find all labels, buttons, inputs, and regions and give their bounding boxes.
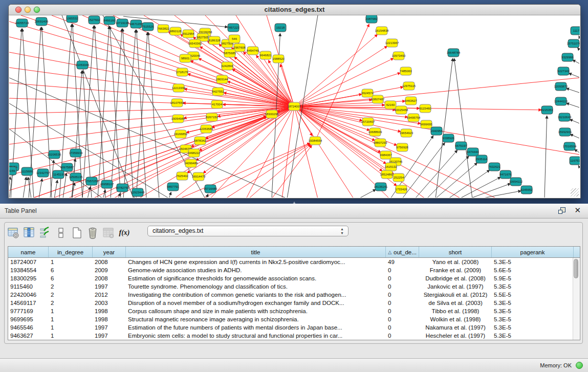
graph-node[interactable]: 9860128 bbox=[169, 27, 182, 35]
table-cell[interactable]: 2 bbox=[49, 299, 93, 307]
graph-node[interactable]: 15720407 bbox=[361, 118, 375, 126]
row-height-icon[interactable] bbox=[54, 226, 68, 239]
table-cell[interactable]: 1 bbox=[49, 307, 93, 315]
graph-node[interactable]: 9756928 bbox=[396, 143, 408, 151]
graph-node[interactable]: 3498222 bbox=[188, 149, 200, 157]
table-settings-icon[interactable] bbox=[7, 226, 20, 239]
graph-node[interactable]: 116753 bbox=[570, 157, 580, 165]
graph-node[interactable]: 7663822 bbox=[157, 25, 169, 33]
graph-node[interactable]: 19654923 bbox=[400, 129, 413, 137]
table-cell[interactable]: Franke et al. (2009) bbox=[419, 266, 492, 274]
graph-node[interactable]: 24055724 bbox=[15, 19, 29, 27]
table-cell[interactable]: 5.5E-5 bbox=[492, 291, 574, 299]
graph-node[interactable]: 12213967 bbox=[385, 39, 399, 47]
table-cell[interactable]: Corpus callosum shape and size in male p… bbox=[126, 307, 386, 315]
table-cell[interactable]: 14569117 bbox=[8, 299, 49, 307]
close-panel-icon[interactable]: ✕ bbox=[574, 206, 581, 215]
table-cell[interactable]: Dudbridge et al. (2008) bbox=[419, 274, 492, 282]
window-resize-grip[interactable] bbox=[571, 188, 579, 196]
column-header-year[interactable]: year bbox=[93, 247, 126, 257]
table-cell[interactable]: 2 bbox=[49, 282, 93, 291]
graph-node[interactable]: 9857791 bbox=[167, 183, 179, 191]
table-cell[interactable]: 0 bbox=[386, 332, 419, 340]
graph-node[interactable]: 12975115 bbox=[402, 82, 416, 90]
column-header-pagerank[interactable]: pagerank bbox=[492, 247, 574, 257]
graph-node[interactable]: 18807293 bbox=[374, 139, 387, 147]
graph-node[interactable]: 252254 bbox=[393, 173, 404, 182]
graph-node[interactable]: 9329966 bbox=[561, 53, 574, 61]
function-builder-icon[interactable]: f(x) bbox=[118, 226, 131, 239]
graph-node[interactable]: 16782759 bbox=[116, 184, 129, 192]
table-cell[interactable]: Genome-wide association studies in ADHD. bbox=[126, 266, 386, 274]
graph-node[interactable]: 21053346 bbox=[76, 61, 90, 69]
table-cell[interactable]: 5.3E-5 bbox=[492, 315, 574, 323]
table-cell[interactable]: 5.3E-5 bbox=[492, 258, 574, 266]
table-cell[interactable]: 2003 bbox=[93, 299, 126, 307]
select-columns-check-icon[interactable] bbox=[38, 226, 52, 239]
graph-node[interactable]: 8466160 bbox=[103, 16, 116, 25]
table-cell[interactable]: 2012 bbox=[93, 291, 126, 299]
graph-node[interactable]: 3624574 bbox=[361, 89, 374, 97]
table-cell[interactable]: Disruption of a novel member of a sodium… bbox=[126, 299, 386, 307]
graph-node[interactable]: 15716485 bbox=[204, 185, 217, 193]
table-cell[interactable]: 5.3E-5 bbox=[492, 332, 574, 340]
table-cell[interactable]: 0 bbox=[386, 266, 419, 274]
graph-node[interactable]: 19166852 bbox=[174, 130, 188, 138]
graph-node[interactable]: 2803144 bbox=[216, 75, 228, 83]
graph-node[interactable]: 12505135 bbox=[69, 173, 83, 181]
graph-node[interactable]: 1615132 bbox=[385, 163, 397, 171]
show-columns-icon[interactable] bbox=[23, 226, 36, 239]
graph-node[interactable]: 2087682 bbox=[365, 15, 378, 23]
graph-node[interactable]: 7857223 bbox=[227, 24, 239, 32]
table-cell[interactable]: Tourette syndrome. Phenomenology and cla… bbox=[126, 282, 386, 291]
graph-node[interactable]: 9474444 bbox=[467, 148, 479, 156]
graph-node[interactable]: 98901 bbox=[180, 54, 191, 62]
table-cell[interactable]: 9465546 bbox=[8, 323, 49, 332]
table-row[interactable]: 946554611997Estimation of the future num… bbox=[8, 323, 580, 332]
graph-node[interactable]: 10807487 bbox=[371, 95, 385, 103]
table-cell[interactable]: 1 bbox=[49, 332, 93, 340]
table-cell[interactable]: Hescheler et al. (1997) bbox=[419, 332, 492, 340]
graph-node[interactable]: 114519 bbox=[53, 170, 64, 179]
table-cell[interactable]: Tibbo et al. (1998) bbox=[419, 307, 492, 315]
column-header-title[interactable]: title bbox=[126, 247, 386, 257]
graph-node[interactable]: 15992901 bbox=[558, 128, 572, 136]
table-cell[interactable]: 0 bbox=[386, 323, 419, 332]
table-row[interactable]: 1938455462009Genome-wide association stu… bbox=[8, 266, 580, 274]
graph-node[interactable]: 546 bbox=[229, 35, 240, 43]
graph-node[interactable]: 16543362 bbox=[188, 39, 202, 48]
graph-node[interactable]: 12444113 bbox=[554, 97, 568, 105]
table-cell[interactable]: 18724007 bbox=[8, 258, 49, 266]
graph-node[interactable]: 2718176 bbox=[176, 68, 188, 76]
graph-node[interactable]: 3242844 bbox=[221, 62, 233, 70]
table-cell[interactable]: 22420046 bbox=[8, 291, 49, 299]
graph-node[interactable]: 17957253 bbox=[85, 177, 99, 185]
graph-node[interactable]: 12213399 bbox=[172, 84, 186, 92]
table-cell[interactable]: 0 bbox=[386, 282, 419, 291]
table-cell[interactable]: 1 bbox=[49, 323, 93, 332]
graph-node[interactable]: 1527602 bbox=[88, 16, 100, 24]
graph-node[interactable]: 5875685 bbox=[224, 49, 236, 57]
graph-node[interactable]: 8454749 bbox=[247, 47, 259, 55]
table-row[interactable]: 2242004622012Investigating the contribut… bbox=[8, 291, 580, 299]
graph-node[interactable]: 9245652 bbox=[520, 186, 533, 194]
table-cell[interactable]: 1 bbox=[49, 315, 93, 323]
graph-node[interactable]: 8215353 bbox=[541, 106, 553, 114]
graph-node[interactable]: 10025458 bbox=[395, 106, 408, 114]
graph-node[interactable]: 9227343 bbox=[557, 67, 570, 75]
delete-table-icon[interactable] bbox=[86, 226, 99, 239]
graph-node[interactable]: 2935114 bbox=[476, 155, 488, 163]
table-vertical-scrollbar[interactable] bbox=[573, 258, 579, 340]
graph-node[interactable]: 6679197 bbox=[455, 142, 467, 150]
delete-table-disabled-icon[interactable] bbox=[102, 226, 115, 239]
graph-node[interactable]: 9699695 bbox=[420, 120, 432, 128]
table-row[interactable]: 1872400712008Changes of HCN gene express… bbox=[8, 258, 580, 266]
graph-node[interactable]: 9463627 bbox=[405, 97, 417, 105]
table-cell[interactable]: 0 bbox=[386, 299, 419, 307]
graph-node[interactable]: 17016504 bbox=[563, 142, 577, 150]
graph-node[interactable]: 12093872 bbox=[554, 82, 568, 91]
graph-node[interactable]: 8471676 bbox=[499, 170, 512, 179]
table-cell[interactable]: 0 bbox=[386, 307, 419, 315]
network-canvas[interactable]: 1872400776638229860128591295423226058982… bbox=[9, 15, 580, 198]
table-cell[interactable]: 2008 bbox=[93, 258, 126, 266]
